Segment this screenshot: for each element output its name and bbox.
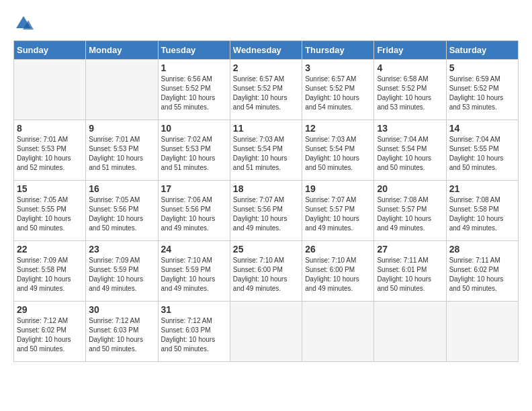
- day-detail: Sunrise: 7:10 AMSunset: 5:59 PMDaylight:…: [161, 256, 227, 293]
- calendar-cell: 30Sunrise: 7:12 AMSunset: 6:03 PMDayligh…: [86, 302, 158, 362]
- day-detail: Sunrise: 7:08 AMSunset: 5:57 PMDaylight:…: [377, 195, 443, 233]
- calendar-cell: 14Sunrise: 7:04 AMSunset: 5:55 PMDayligh…: [446, 120, 518, 181]
- day-detail: Sunrise: 7:12 AMSunset: 6:03 PMDaylight:…: [161, 316, 227, 354]
- col-header-saturday: Saturday: [446, 41, 518, 60]
- calendar-cell: 28Sunrise: 7:11 AMSunset: 6:02 PMDayligh…: [446, 241, 518, 302]
- calendar-cell: 10Sunrise: 7:02 AMSunset: 5:53 PMDayligh…: [158, 120, 230, 181]
- day-number: 14: [449, 123, 515, 134]
- col-header-thursday: Thursday: [302, 41, 374, 60]
- day-number: 9: [89, 123, 154, 134]
- calendar-cell: 8Sunrise: 7:01 AMSunset: 5:53 PMDaylight…: [14, 120, 86, 181]
- calendar-cell: 12Sunrise: 7:03 AMSunset: 5:54 PMDayligh…: [302, 120, 374, 181]
- calendar-cell: 2Sunrise: 6:57 AMSunset: 5:52 PMDaylight…: [230, 60, 302, 120]
- day-number: 30: [89, 304, 154, 315]
- day-number: 21: [449, 183, 515, 194]
- day-number: 20: [377, 183, 443, 194]
- day-detail: Sunrise: 7:12 AMSunset: 6:02 PMDaylight:…: [17, 316, 83, 354]
- day-detail: Sunrise: 7:05 AMSunset: 5:56 PMDaylight:…: [89, 195, 154, 233]
- day-number: 22: [17, 244, 83, 255]
- calendar-cell: 13Sunrise: 7:04 AMSunset: 5:54 PMDayligh…: [374, 120, 446, 181]
- day-detail: Sunrise: 7:09 AMSunset: 5:58 PMDaylight:…: [17, 256, 83, 293]
- logo: [13, 13, 36, 34]
- calendar-cell: 9Sunrise: 7:01 AMSunset: 5:53 PMDaylight…: [86, 120, 158, 181]
- week-row-4: 29Sunrise: 7:12 AMSunset: 6:02 PMDayligh…: [14, 302, 519, 362]
- day-detail: Sunrise: 7:07 AMSunset: 5:57 PMDaylight:…: [305, 195, 371, 233]
- day-number: 15: [17, 183, 83, 194]
- calendar-cell: 31Sunrise: 7:12 AMSunset: 6:03 PMDayligh…: [158, 302, 230, 362]
- day-detail: Sunrise: 7:06 AMSunset: 5:56 PMDaylight:…: [161, 195, 227, 233]
- calendar-cell: 3Sunrise: 6:57 AMSunset: 5:52 PMDaylight…: [302, 60, 374, 120]
- calendar-cell: [446, 302, 518, 362]
- col-header-wednesday: Wednesday: [230, 41, 302, 60]
- calendar-cell: [374, 302, 446, 362]
- day-detail: Sunrise: 7:03 AMSunset: 5:54 PMDaylight:…: [233, 135, 299, 173]
- col-header-tuesday: Tuesday: [158, 41, 230, 60]
- day-number: 2: [233, 62, 299, 73]
- calendar-cell: 27Sunrise: 7:11 AMSunset: 6:01 PMDayligh…: [374, 241, 446, 302]
- day-detail: Sunrise: 7:08 AMSunset: 5:58 PMDaylight:…: [449, 195, 515, 233]
- day-detail: Sunrise: 7:02 AMSunset: 5:53 PMDaylight:…: [161, 135, 227, 173]
- day-number: 26: [305, 244, 371, 255]
- calendar-cell: 1Sunrise: 6:56 AMSunset: 5:52 PMDaylight…: [158, 60, 230, 120]
- day-detail: Sunrise: 7:11 AMSunset: 6:02 PMDaylight:…: [449, 256, 515, 293]
- day-number: 3: [305, 62, 371, 73]
- day-number: 19: [305, 183, 371, 194]
- calendar-cell: 11Sunrise: 7:03 AMSunset: 5:54 PMDayligh…: [230, 120, 302, 181]
- day-detail: Sunrise: 7:07 AMSunset: 5:56 PMDaylight:…: [233, 195, 299, 233]
- calendar-cell: 25Sunrise: 7:10 AMSunset: 6:00 PMDayligh…: [230, 241, 302, 302]
- day-detail: Sunrise: 6:59 AMSunset: 5:52 PMDaylight:…: [449, 75, 515, 112]
- day-number: 10: [161, 123, 227, 134]
- day-number: 1: [161, 62, 227, 73]
- day-number: 31: [161, 304, 227, 315]
- day-number: 5: [449, 62, 515, 73]
- day-number: 29: [17, 304, 83, 315]
- col-header-sunday: Sunday: [14, 41, 86, 60]
- day-detail: Sunrise: 7:01 AMSunset: 5:53 PMDaylight:…: [17, 135, 83, 173]
- day-number: 12: [305, 123, 371, 134]
- calendar-cell: 16Sunrise: 7:05 AMSunset: 5:56 PMDayligh…: [86, 181, 158, 241]
- day-number: 18: [233, 183, 299, 194]
- day-detail: Sunrise: 7:03 AMSunset: 5:54 PMDaylight:…: [305, 135, 371, 173]
- calendar-cell: 19Sunrise: 7:07 AMSunset: 5:57 PMDayligh…: [302, 181, 374, 241]
- day-number: 8: [17, 123, 83, 134]
- calendar-cell: 5Sunrise: 6:59 AMSunset: 5:52 PMDaylight…: [446, 60, 518, 120]
- calendar-cell: 20Sunrise: 7:08 AMSunset: 5:57 PMDayligh…: [374, 181, 446, 241]
- calendar-cell: [302, 302, 374, 362]
- header-row: SundayMondayTuesdayWednesdayThursdayFrid…: [14, 41, 519, 60]
- day-detail: Sunrise: 7:09 AMSunset: 5:59 PMDaylight:…: [89, 256, 154, 293]
- logo-icon: [13, 13, 34, 34]
- day-detail: Sunrise: 6:56 AMSunset: 5:52 PMDaylight:…: [161, 75, 227, 112]
- day-detail: Sunrise: 6:57 AMSunset: 5:52 PMDaylight:…: [233, 75, 299, 112]
- calendar-cell: 26Sunrise: 7:10 AMSunset: 6:00 PMDayligh…: [302, 241, 374, 302]
- day-detail: Sunrise: 6:57 AMSunset: 5:52 PMDaylight:…: [305, 75, 371, 112]
- day-detail: Sunrise: 7:12 AMSunset: 6:03 PMDaylight:…: [89, 316, 154, 354]
- col-header-friday: Friday: [374, 41, 446, 60]
- calendar-cell: [230, 302, 302, 362]
- calendar-cell: 18Sunrise: 7:07 AMSunset: 5:56 PMDayligh…: [230, 181, 302, 241]
- day-number: 11: [233, 123, 299, 134]
- week-row-2: 15Sunrise: 7:05 AMSunset: 5:55 PMDayligh…: [14, 181, 519, 241]
- day-number: 24: [161, 244, 227, 255]
- calendar-cell: [14, 60, 86, 120]
- calendar-table: SundayMondayTuesdayWednesdayThursdayFrid…: [13, 40, 519, 362]
- calendar-cell: 4Sunrise: 6:58 AMSunset: 5:52 PMDaylight…: [374, 60, 446, 120]
- day-detail: Sunrise: 7:04 AMSunset: 5:55 PMDaylight:…: [449, 135, 515, 173]
- calendar-cell: 22Sunrise: 7:09 AMSunset: 5:58 PMDayligh…: [14, 241, 86, 302]
- calendar-cell: [86, 60, 158, 120]
- week-row-1: 8Sunrise: 7:01 AMSunset: 5:53 PMDaylight…: [14, 120, 519, 181]
- day-number: 17: [161, 183, 227, 194]
- week-row-0: 1Sunrise: 6:56 AMSunset: 5:52 PMDaylight…: [14, 60, 519, 120]
- day-number: 25: [233, 244, 299, 255]
- day-number: 23: [89, 244, 154, 255]
- day-number: 13: [377, 123, 443, 134]
- day-detail: Sunrise: 7:01 AMSunset: 5:53 PMDaylight:…: [89, 135, 154, 173]
- day-detail: Sunrise: 7:04 AMSunset: 5:54 PMDaylight:…: [377, 135, 443, 173]
- day-detail: Sunrise: 7:05 AMSunset: 5:55 PMDaylight:…: [17, 195, 83, 233]
- col-header-monday: Monday: [86, 41, 158, 60]
- day-number: 28: [449, 244, 515, 255]
- calendar-cell: 21Sunrise: 7:08 AMSunset: 5:58 PMDayligh…: [446, 181, 518, 241]
- calendar-cell: 24Sunrise: 7:10 AMSunset: 5:59 PMDayligh…: [158, 241, 230, 302]
- day-detail: Sunrise: 7:10 AMSunset: 6:00 PMDaylight:…: [233, 256, 299, 293]
- calendar-cell: 15Sunrise: 7:05 AMSunset: 5:55 PMDayligh…: [14, 181, 86, 241]
- day-detail: Sunrise: 7:10 AMSunset: 6:00 PMDaylight:…: [305, 256, 371, 293]
